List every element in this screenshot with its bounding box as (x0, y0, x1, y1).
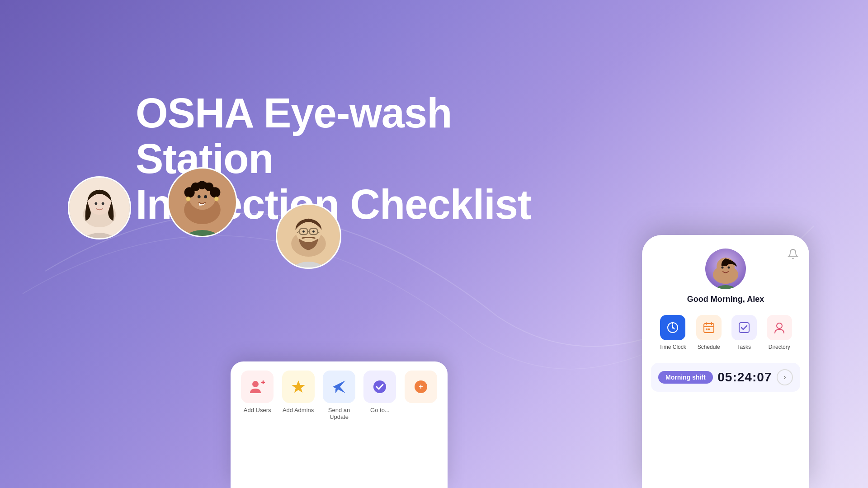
user-avatar (705, 249, 746, 289)
add-admins-label: Add Admins (283, 407, 314, 413)
time-clock-icon (660, 315, 685, 340)
svg-text:+: + (419, 383, 423, 390)
directory-label: Directory (769, 344, 790, 350)
shift-bar: Morning shift 05:24:07 › (651, 363, 800, 392)
avatar-3 (276, 203, 341, 269)
shift-arrow-button[interactable]: › (777, 369, 793, 385)
notification-bell-icon[interactable] (788, 249, 798, 262)
time-clock-label: Time Clock (659, 344, 686, 350)
main-content: OSHA Eye-wash Station Inspection Checkli… (0, 0, 868, 488)
shift-badge: Morning shift (658, 371, 713, 384)
go-to-button[interactable]: Go to... (362, 371, 397, 420)
svg-point-12 (198, 181, 206, 189)
svg-point-40 (672, 327, 674, 328)
add-admins-button[interactable]: Add Admins (280, 371, 316, 420)
svg-point-4 (102, 202, 104, 205)
quick-actions-row: Add Users Add Admins Send an Update (240, 371, 439, 420)
svg-point-16 (204, 195, 207, 198)
svg-rect-45 (706, 328, 708, 330)
svg-point-48 (777, 323, 782, 328)
svg-point-13 (186, 197, 190, 201)
bottom-phone-mockup: Add Users Add Admins Send an Update (231, 361, 448, 488)
svg-point-3 (94, 202, 97, 205)
svg-rect-41 (704, 324, 714, 333)
nav-tasks[interactable]: Tasks (731, 315, 757, 350)
go-to-icon-wrap (363, 371, 396, 403)
nav-time-clock[interactable]: Time Clock (659, 315, 686, 350)
directory-icon (767, 315, 792, 340)
tasks-icon (731, 315, 757, 340)
main-phone-mockup: Good Morning, Alex Time Clock (642, 235, 809, 488)
phone-inner: Good Morning, Alex Time Clock (642, 235, 809, 488)
send-update-label: Send an Update (321, 407, 357, 420)
svg-point-36 (713, 266, 738, 284)
greeting-text: Good Morning, Alex (687, 295, 764, 304)
svg-marker-30 (292, 380, 305, 393)
nav-icons-row: Time Clock Schedule (651, 315, 800, 350)
svg-point-14 (214, 197, 219, 201)
svg-point-26 (312, 230, 315, 233)
avatar-group (68, 176, 362, 267)
extra-icon-wrap: + (405, 371, 437, 403)
svg-rect-46 (708, 328, 710, 330)
svg-point-38 (728, 267, 730, 269)
go-to-label: Go to... (370, 407, 390, 413)
add-users-icon-wrap (241, 371, 274, 403)
svg-point-15 (198, 195, 201, 198)
nav-schedule[interactable]: Schedule (696, 315, 722, 350)
send-update-icon-wrap (323, 371, 355, 403)
svg-rect-47 (739, 323, 749, 333)
extra-action-button[interactable]: + (403, 371, 439, 420)
svg-point-25 (302, 230, 305, 233)
avatar-2 (167, 167, 237, 237)
nav-directory[interactable]: Directory (767, 315, 792, 350)
avatar-1 (68, 176, 131, 239)
send-update-button[interactable]: Send an Update (321, 371, 357, 420)
add-admins-icon-wrap (282, 371, 315, 403)
svg-point-27 (252, 381, 259, 387)
shift-time: 05:24:07 (717, 370, 772, 385)
add-users-button[interactable]: Add Users (240, 371, 275, 420)
svg-point-37 (722, 267, 724, 269)
svg-point-31 (373, 380, 386, 393)
schedule-label: Schedule (698, 344, 720, 350)
schedule-icon (696, 315, 722, 340)
title-line1: OSHA Eye-wash Station (136, 90, 452, 182)
add-users-label: Add Users (244, 407, 271, 413)
tasks-label: Tasks (737, 344, 751, 350)
